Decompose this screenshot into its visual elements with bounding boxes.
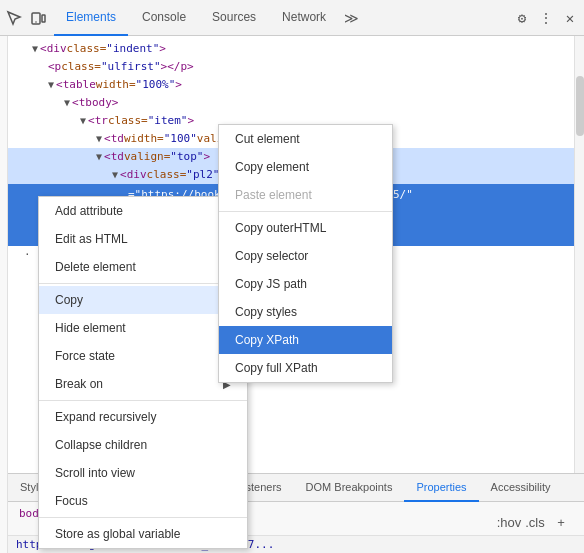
toolbar-icons bbox=[4, 8, 48, 28]
menu-item-copy[interactable]: Copy ▶ bbox=[39, 286, 247, 314]
tab-network[interactable]: Network bbox=[270, 0, 338, 36]
menu-separator bbox=[39, 283, 247, 284]
submenu-item-copy-full-xpath[interactable]: Copy full XPath bbox=[219, 354, 392, 382]
left-panel bbox=[0, 36, 8, 553]
devtools-toolbar: Elements Console Sources Network ≫ ⚙ ⋮ ✕ bbox=[0, 0, 584, 36]
svg-point-2 bbox=[35, 21, 37, 23]
menu-item-break-on[interactable]: Break on ▶ bbox=[39, 370, 247, 398]
menu-separator bbox=[39, 400, 247, 401]
menu-item-store-global[interactable]: Store as global variable bbox=[39, 520, 247, 548]
menu-separator bbox=[39, 517, 247, 518]
menu-item-force-state[interactable]: Force state ▶ bbox=[39, 342, 247, 370]
menu-separator bbox=[219, 211, 392, 212]
more-tabs-icon[interactable]: ≫ bbox=[340, 10, 363, 26]
submenu-item-copy-xpath[interactable]: Copy XPath bbox=[219, 326, 392, 354]
tab-sources[interactable]: Sources bbox=[200, 0, 268, 36]
menu-item-delete-element[interactable]: Delete element bbox=[39, 253, 247, 281]
submenu-item-cut-element[interactable]: Cut element bbox=[219, 125, 392, 153]
menu-item-collapse-children[interactable]: Collapse children bbox=[39, 431, 247, 459]
tab-console[interactable]: Console bbox=[130, 0, 198, 36]
tab-elements[interactable]: Elements bbox=[54, 0, 128, 36]
menu-item-focus[interactable]: Focus bbox=[39, 487, 247, 515]
close-icon[interactable]: ✕ bbox=[560, 8, 580, 28]
submenu-item-paste-element[interactable]: Paste element bbox=[219, 181, 392, 209]
dom-panel[interactable]: ▼ <div class="indent"> <p class="ulfirst… bbox=[8, 36, 584, 553]
menu-icon[interactable]: ⋮ bbox=[536, 8, 556, 28]
submenu-item-copy-outerhtml[interactable]: Copy outerHTML bbox=[219, 214, 392, 242]
inspect-icon[interactable] bbox=[4, 8, 24, 28]
context-menu-overlay: Add attribute Edit as HTML Delete elemen… bbox=[8, 36, 584, 553]
svg-rect-1 bbox=[42, 15, 45, 22]
submenu-item-copy-element[interactable]: Copy element bbox=[219, 153, 392, 181]
submenu-item-copy-selector[interactable]: Copy selector bbox=[219, 242, 392, 270]
submenu: Cut element Copy element Paste element C… bbox=[218, 124, 393, 383]
toolbar-right: ⚙ ⋮ ✕ bbox=[512, 8, 580, 28]
device-icon[interactable] bbox=[28, 8, 48, 28]
menu-item-hide-element[interactable]: Hide element bbox=[39, 314, 247, 342]
menu-item-scroll-into-view[interactable]: Scroll into view bbox=[39, 459, 247, 487]
submenu-item-copy-js-path[interactable]: Copy JS path bbox=[219, 270, 392, 298]
menu-item-expand-recursively[interactable]: Expand recursively bbox=[39, 403, 247, 431]
main-area: ▼ <div class="indent"> <p class="ulfirst… bbox=[0, 36, 584, 553]
settings-icon[interactable]: ⚙ bbox=[512, 8, 532, 28]
menu-item-add-attribute[interactable]: Add attribute bbox=[39, 197, 247, 225]
menu-item-edit-html[interactable]: Edit as HTML bbox=[39, 225, 247, 253]
submenu-item-copy-styles[interactable]: Copy styles bbox=[219, 298, 392, 326]
context-menu: Add attribute Edit as HTML Delete elemen… bbox=[38, 196, 248, 549]
